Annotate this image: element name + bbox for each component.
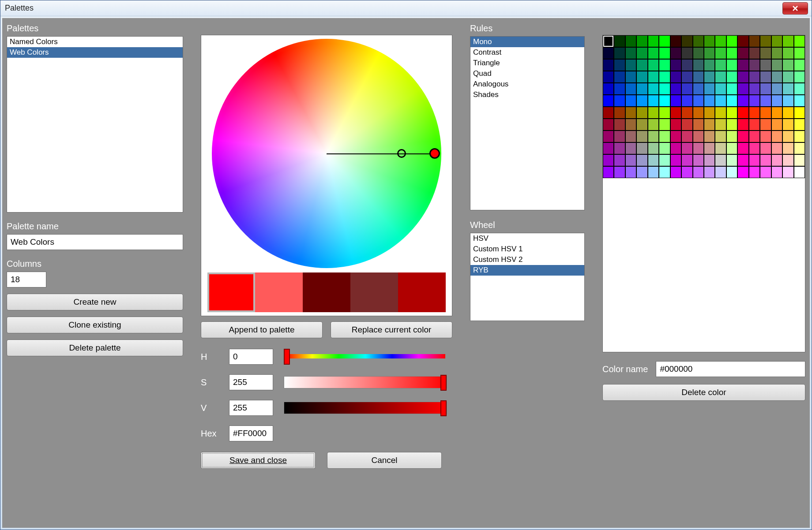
color-swatch[interactable]	[625, 107, 636, 119]
color-swatch[interactable]	[726, 35, 737, 47]
color-swatch[interactable]	[715, 154, 726, 166]
color-swatch[interactable]	[603, 142, 614, 154]
color-swatch[interactable]	[648, 119, 659, 131]
color-swatch[interactable]	[693, 119, 704, 131]
color-swatch[interactable]	[715, 119, 726, 131]
color-swatch[interactable]	[715, 59, 726, 71]
color-swatch[interactable]	[726, 166, 737, 178]
color-swatch[interactable]	[693, 154, 704, 166]
color-swatch[interactable]	[715, 71, 726, 83]
color-swatch[interactable]	[794, 119, 805, 131]
color-swatch[interactable]	[681, 131, 692, 142]
color-swatch[interactable]	[681, 83, 692, 95]
color-swatch[interactable]	[737, 95, 748, 107]
color-swatch[interactable]	[726, 59, 737, 71]
color-swatch[interactable]	[648, 154, 659, 166]
color-swatch[interactable]	[681, 119, 692, 131]
v-slider-thumb[interactable]	[440, 400, 447, 416]
color-swatch[interactable]	[625, 59, 636, 71]
color-swatch[interactable]	[603, 107, 614, 119]
color-swatch[interactable]	[603, 71, 614, 83]
color-swatch[interactable]	[782, 107, 793, 119]
color-swatch[interactable]	[771, 107, 782, 119]
wheel-handle-inner[interactable]	[397, 149, 406, 158]
color-swatch[interactable]	[693, 95, 704, 107]
swatch-grid[interactable]	[603, 35, 805, 178]
h-input[interactable]	[229, 349, 273, 365]
color-swatch[interactable]	[603, 35, 614, 47]
columns-input[interactable]	[7, 272, 46, 287]
color-swatch[interactable]	[648, 142, 659, 154]
color-swatch[interactable]	[681, 107, 692, 119]
color-swatch[interactable]	[625, 47, 636, 59]
color-swatch[interactable]	[771, 35, 782, 47]
color-swatch[interactable]	[737, 166, 748, 178]
rule-item-analogous[interactable]: Analogous	[470, 79, 584, 90]
clone-existing-button[interactable]: Clone existing	[7, 317, 183, 333]
color-swatch[interactable]	[737, 142, 748, 154]
rule-item-triangle[interactable]: Triangle	[470, 58, 584, 68]
color-swatch[interactable]	[704, 154, 715, 166]
color-swatch[interactable]	[614, 166, 625, 178]
color-swatch[interactable]	[726, 107, 737, 119]
color-swatch[interactable]	[614, 142, 625, 154]
color-swatch[interactable]	[625, 142, 636, 154]
color-swatch[interactable]	[704, 119, 715, 131]
palettes-listbox[interactable]: Named ColorsWeb Colors	[7, 36, 183, 213]
color-swatch[interactable]	[659, 107, 670, 119]
color-swatch[interactable]	[737, 59, 748, 71]
color-swatch[interactable]	[670, 35, 681, 47]
color-swatch[interactable]	[749, 142, 760, 154]
color-swatch[interactable]	[659, 154, 670, 166]
color-swatch[interactable]	[760, 83, 771, 95]
s-slider[interactable]	[284, 376, 447, 388]
color-swatch[interactable]	[659, 95, 670, 107]
color-swatch[interactable]	[794, 47, 805, 59]
color-swatch[interactable]	[681, 35, 692, 47]
color-swatch[interactable]	[670, 83, 681, 95]
color-swatch[interactable]	[760, 142, 771, 154]
h-slider[interactable]	[284, 351, 447, 363]
color-swatch[interactable]	[737, 71, 748, 83]
color-swatch[interactable]	[794, 142, 805, 154]
color-swatch[interactable]	[749, 107, 760, 119]
palette-name-input[interactable]	[7, 234, 183, 250]
color-swatch[interactable]	[681, 95, 692, 107]
color-swatch[interactable]	[760, 71, 771, 83]
color-swatch[interactable]	[715, 35, 726, 47]
save-and-close-button[interactable]: Save and close	[201, 452, 316, 469]
rule-item-mono[interactable]: Mono	[470, 37, 584, 47]
color-swatch[interactable]	[670, 131, 681, 142]
color-swatch[interactable]	[760, 119, 771, 131]
color-swatch[interactable]	[749, 166, 760, 178]
color-swatch[interactable]	[614, 83, 625, 95]
color-swatch[interactable]	[625, 83, 636, 95]
shade-swatch[interactable]	[303, 272, 350, 312]
color-swatch[interactable]	[659, 71, 670, 83]
color-swatch[interactable]	[681, 59, 692, 71]
color-swatch[interactable]	[693, 47, 704, 59]
color-swatch[interactable]	[715, 107, 726, 119]
color-swatch[interactable]	[625, 154, 636, 166]
color-swatch[interactable]	[636, 95, 647, 107]
color-swatch[interactable]	[715, 131, 726, 142]
delete-palette-button[interactable]: Delete palette	[7, 340, 183, 356]
color-swatch[interactable]	[693, 35, 704, 47]
color-swatch[interactable]	[704, 166, 715, 178]
wheel-item-hsv[interactable]: HSV	[470, 233, 584, 244]
color-swatch[interactable]	[794, 35, 805, 47]
color-swatch[interactable]	[614, 47, 625, 59]
color-swatch[interactable]	[794, 154, 805, 166]
color-swatch[interactable]	[670, 154, 681, 166]
color-swatch[interactable]	[636, 47, 647, 59]
color-swatch[interactable]	[693, 83, 704, 95]
color-swatch[interactable]	[771, 71, 782, 83]
color-swatch[interactable]	[760, 154, 771, 166]
color-swatch[interactable]	[749, 95, 760, 107]
color-swatch[interactable]	[737, 107, 748, 119]
color-swatch[interactable]	[771, 95, 782, 107]
color-swatch[interactable]	[603, 83, 614, 95]
color-swatch[interactable]	[625, 71, 636, 83]
color-swatch[interactable]	[636, 83, 647, 95]
color-swatch[interactable]	[636, 119, 647, 131]
